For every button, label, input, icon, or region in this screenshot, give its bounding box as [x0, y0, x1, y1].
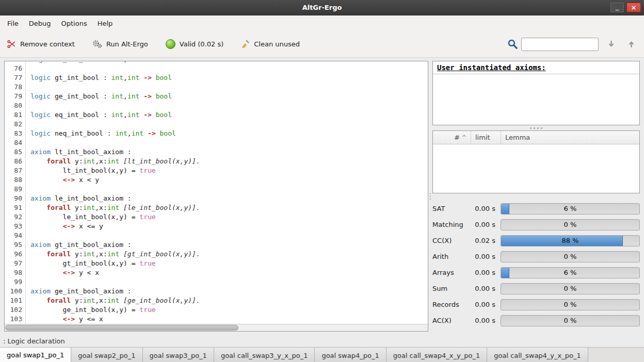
- lemma-column-header-count[interactable]: #^: [433, 131, 471, 144]
- run-alt-ergo-label: Run Alt-Ergo: [106, 40, 148, 48]
- clean-unused-button[interactable]: Clean unused: [241, 40, 300, 48]
- code-line[interactable]: 102 ge_int_bool(x,y) = true: [5, 305, 428, 315]
- remove-context-button[interactable]: Remove context: [7, 40, 75, 48]
- lemma-table: #^limitLemma: [432, 130, 640, 193]
- line-text: forall y:int,x:int [le_int_bool(x,y)].: [25, 203, 200, 212]
- code-line[interactable]: 78: [5, 83, 428, 92]
- code-line[interactable]: 86 forall y:int,x:int [lt_int_bool(x,y)]…: [5, 157, 428, 166]
- line-text: forall y:int,x:int [lt_int_bool(x,y)].: [25, 157, 200, 166]
- code-line[interactable]: 84: [5, 138, 428, 147]
- sort-ascending-icon: ^: [462, 134, 466, 141]
- goal-tabbar: goal swap1_po_1goal swap2_po_1goal swap3…: [0, 347, 644, 362]
- line-text: forall y:int,x:int [ge_int_bool(x,y)].: [25, 296, 200, 305]
- goal-tab[interactable]: goal swap4_po_1: [315, 348, 386, 362]
- progress-percent: 0 %: [501, 316, 639, 326]
- line-number: 86: [5, 157, 25, 166]
- stats-panel: SAT0.00 s6 %Matching0.00 s0 %CC(X)0.02 s…: [432, 200, 640, 332]
- scissors-icon: [7, 40, 16, 48]
- line-number: 87: [5, 166, 25, 175]
- pane-resize-handle[interactable]: [428, 61, 432, 332]
- line-text: lt_int_bool(x,y) = true: [25, 166, 156, 175]
- valid-status-icon: [166, 39, 175, 49]
- stat-time: 0.02 s: [470, 237, 495, 244]
- code-editor[interactable]: 75logic le_int_bool : int,int -> bool767…: [4, 61, 428, 332]
- minimize-button[interactable]: _: [610, 3, 624, 12]
- menubar: FileDebugOptionsHelp: [0, 15, 644, 31]
- code-viewport[interactable]: 75logic le_int_bool : int,int -> bool767…: [5, 61, 428, 324]
- code-line[interactable]: 93 <-> x <= y: [5, 222, 428, 231]
- progress-percent: 0 %: [501, 252, 639, 262]
- stat-row-sat: SAT0.00 s6 %: [432, 201, 640, 217]
- lemma-table-header: #^limitLemma: [433, 131, 639, 144]
- goal-tab[interactable]: goal swap2_po_1: [71, 348, 142, 362]
- search-icon: [507, 39, 518, 50]
- code-line[interactable]: 96 forall y:int,x:int [gt_int_bool(x,y)]…: [5, 250, 428, 259]
- line-number: 93: [5, 222, 25, 231]
- line-number: 82: [5, 120, 25, 129]
- code-line[interactable]: 81logic eq_int_bool : int,int -> bool: [5, 110, 428, 120]
- code-line[interactable]: 90axiom le_int_bool_axiom :: [5, 194, 428, 203]
- line-number: 95: [5, 240, 25, 250]
- code-line[interactable]: 101 forall y:int,x:int [ge_int_bool(x,y)…: [5, 296, 428, 305]
- jump-up-icon[interactable]: [627, 40, 636, 48]
- line-number: 88: [5, 175, 25, 185]
- goal-tab[interactable]: goal swap1_po_1: [0, 348, 71, 362]
- close-button[interactable]: ×: [626, 3, 641, 12]
- stat-label: CC(X): [432, 237, 470, 244]
- code-line[interactable]: 88 <-> x < y: [5, 175, 428, 185]
- horizontal-scrollbar[interactable]: [5, 324, 428, 331]
- code-line[interactable]: 82: [5, 120, 428, 129]
- code-line[interactable]: 85axiom lt_int_bool_axiom :: [5, 147, 428, 157]
- gears-icon: [92, 40, 102, 48]
- progress-percent: 6 %: [501, 268, 639, 278]
- stat-label: Arrays: [432, 269, 470, 276]
- code-line[interactable]: 89: [5, 185, 428, 194]
- stat-row-records: Records0.00 s0 %: [432, 297, 640, 312]
- window-controls: _ ×: [610, 3, 641, 12]
- code-line[interactable]: 94: [5, 231, 428, 240]
- goal-tab[interactable]: goal call_swap4_x_y_po_1: [387, 348, 488, 362]
- code-line[interactable]: 79logic ge_int_bool : int,int -> bool: [5, 92, 428, 101]
- menu-item-options[interactable]: Options: [56, 17, 92, 30]
- stat-row-matching: Matching0.00 s0 %: [432, 217, 640, 233]
- code-line[interactable]: 76: [5, 64, 428, 73]
- lemma-column-header-limit[interactable]: limit: [471, 131, 501, 144]
- code-line[interactable]: 92 le_int_bool(x,y) = true: [5, 212, 428, 222]
- code-line[interactable]: 80: [5, 101, 428, 110]
- code-line[interactable]: 103 <-> y <= x: [5, 315, 428, 324]
- titlebar: AltGr-Ergo _ ×: [0, 0, 644, 15]
- stat-row-sum: Sum0.00 s0 %: [432, 281, 640, 297]
- goal-tab[interactable]: goal call_swap4_y_x_po_1: [487, 348, 588, 362]
- line-number: 76: [5, 64, 25, 73]
- scrollbar-thumb[interactable]: [5, 325, 238, 331]
- line-number: 99: [5, 277, 25, 287]
- code-line[interactable]: 100axiom ge_int_bool_axiom :: [5, 287, 428, 296]
- app-window: AltGr-Ergo _ × FileDebugOptionsHelp Remo…: [0, 0, 644, 362]
- menu-item-help[interactable]: Help: [92, 17, 118, 30]
- run-alt-ergo-button[interactable]: Run Alt-Ergo: [92, 40, 148, 48]
- line-number: 101: [5, 296, 25, 305]
- code-line[interactable]: 87 lt_int_bool(x,y) = true: [5, 166, 428, 175]
- code-line[interactable]: 95axiom gt_int_bool_axiom :: [5, 240, 428, 250]
- code-line[interactable]: 83logic neq_int_bool : int,int -> bool: [5, 129, 428, 138]
- code-line[interactable]: 91 forall y:int,x:int [le_int_bool(x,y)]…: [5, 203, 428, 212]
- axioms-resize-handle[interactable]: [432, 125, 640, 130]
- code-line[interactable]: 77logic gt_int_bool : int,int -> bool: [5, 73, 428, 83]
- jump-down-icon[interactable]: [607, 40, 616, 48]
- menu-item-file[interactable]: File: [2, 17, 24, 30]
- progress-percent: 0 %: [501, 284, 639, 294]
- line-number: 97: [5, 259, 25, 268]
- search-input[interactable]: [521, 38, 599, 51]
- code-line[interactable]: 97 gt_int_bool(x,y) = true: [5, 259, 428, 268]
- menu-item-debug[interactable]: Debug: [24, 17, 56, 30]
- status-label: Valid (0.02 s): [180, 40, 223, 48]
- stat-time: 0.00 s: [470, 317, 495, 324]
- stat-progressbar: 0 %: [501, 299, 640, 310]
- goal-tab[interactable]: goal swap3_po_1: [143, 348, 214, 362]
- line-number: 78: [5, 83, 25, 92]
- code-line[interactable]: 98 <-> y < x: [5, 268, 428, 277]
- code-line[interactable]: 99: [5, 277, 428, 287]
- goal-tab[interactable]: goal call_swap3_y_x_po_1: [214, 348, 315, 362]
- lemma-column-header-lemma[interactable]: Lemma: [501, 131, 639, 144]
- line-number: 80: [5, 101, 25, 110]
